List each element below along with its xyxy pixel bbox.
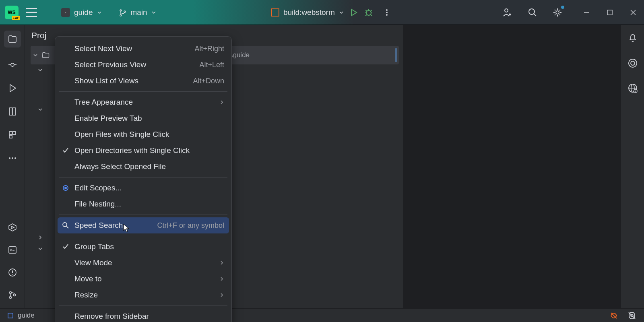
project-selector[interactable]: ▪ guide <box>56 6 107 19</box>
chevron-right-icon <box>219 100 224 105</box>
run-config-selector[interactable]: build:webstorm <box>271 8 344 17</box>
database-tool-button[interactable] <box>627 82 639 94</box>
chevron-right-icon <box>219 293 224 297</box>
run-button[interactable] <box>349 8 358 17</box>
menu-item-select-previous-view[interactable]: Select Previous View Alt+Left <box>55 57 231 73</box>
folder-icon <box>42 51 50 59</box>
ai-status-icon[interactable] <box>609 311 618 320</box>
check-icon <box>62 243 70 251</box>
svg-point-29 <box>63 223 67 227</box>
sync-status-icon[interactable] <box>627 311 637 320</box>
svg-point-15 <box>12 157 13 159</box>
close-button[interactable] <box>627 6 639 19</box>
npm-icon <box>271 8 279 17</box>
menu-separator <box>59 215 227 215</box>
svg-point-5 <box>529 9 535 14</box>
menu-item-enable-preview-tab[interactable]: Enable Preview Tab <box>55 110 231 126</box>
more-tools-button[interactable] <box>6 152 19 164</box>
svg-rect-13 <box>9 135 12 138</box>
svg-point-4 <box>505 9 508 12</box>
menu-item-edit-scopes[interactable]: Edit Scopes... <box>55 180 231 196</box>
titlebar: WS ▪ guide main build:webstorm <box>0 0 644 25</box>
more-actions-button[interactable] <box>382 8 391 17</box>
chevron-down-icon <box>151 10 156 15</box>
structure-tool-button[interactable] <box>6 105 19 118</box>
chevron-down-icon <box>339 10 344 15</box>
chevron-down-icon <box>37 106 43 113</box>
branch-name-label: main <box>131 8 147 17</box>
pull-requests-button[interactable] <box>6 82 19 94</box>
svg-rect-7 <box>607 10 612 15</box>
svg-point-1 <box>386 9 388 11</box>
left-toolbar <box>0 25 25 308</box>
svg-rect-9 <box>10 108 12 115</box>
chevron-down-icon <box>32 52 39 58</box>
svg-rect-12 <box>13 132 16 134</box>
code-with-me-button[interactable] <box>502 6 514 19</box>
svg-rect-11 <box>9 132 12 134</box>
svg-point-14 <box>9 157 10 159</box>
menu-item-show-list-of-views[interactable]: Show List of Views Alt+Down <box>55 73 231 89</box>
menu-item-resize[interactable]: Resize <box>55 287 231 303</box>
menu-item-view-mode[interactable]: View Mode <box>55 255 231 271</box>
services-tool-button[interactable] <box>6 221 19 233</box>
search-icon <box>62 221 70 229</box>
menu-item-move-to[interactable]: Move to <box>55 271 231 287</box>
svg-rect-17 <box>9 247 16 253</box>
radio-icon <box>62 184 70 192</box>
svg-point-28 <box>64 187 67 189</box>
run-config-label: build:webstorm <box>283 8 335 17</box>
svg-point-20 <box>9 297 11 299</box>
menu-item-open-directories-single-click[interactable]: Open Directories with Single Click <box>55 142 231 159</box>
main-menu-button[interactable] <box>26 8 37 17</box>
search-button[interactable] <box>526 6 539 19</box>
svg-point-16 <box>14 157 16 159</box>
project-name-label: guide <box>74 8 93 17</box>
svg-point-0 <box>366 10 371 15</box>
chevron-down-icon <box>37 67 43 73</box>
vcs-tool-button[interactable] <box>6 289 19 301</box>
chevron-right-icon <box>219 260 224 265</box>
svg-rect-10 <box>13 108 15 115</box>
settings-button[interactable] <box>551 6 564 19</box>
svg-point-19 <box>9 292 11 294</box>
notifications-button[interactable] <box>627 32 639 44</box>
menu-item-remove-from-sidebar[interactable]: Remove from Sidebar <box>55 308 231 322</box>
problems-tool-button[interactable] <box>6 266 19 279</box>
ai-assistant-button[interactable] <box>627 57 639 69</box>
menu-item-always-select-opened-file[interactable]: Always Select Opened File <box>55 159 231 175</box>
menu-separator <box>59 305 227 306</box>
menu-item-file-nesting[interactable]: File Nesting... <box>55 196 231 212</box>
chevron-down-icon <box>37 246 43 252</box>
project-tool-button[interactable] <box>4 31 21 47</box>
menu-item-group-tabs[interactable]: Group Tabs <box>55 239 231 255</box>
app-icon: WS <box>5 6 19 19</box>
svg-rect-25 <box>8 313 13 318</box>
menu-item-speed-search[interactable]: Speed Search Ctrl+F or any symbol <box>58 217 229 233</box>
menu-item-select-next-view[interactable]: Select Next View Alt+Right <box>55 41 231 57</box>
bookmarks-tool-button[interactable] <box>6 129 19 141</box>
svg-point-8 <box>11 63 14 66</box>
project-icon: ▪ <box>61 8 70 17</box>
minimize-button[interactable] <box>580 6 592 19</box>
chevron-down-icon <box>97 10 102 15</box>
check-icon <box>62 147 70 155</box>
commit-tool-button[interactable] <box>6 59 19 71</box>
editor-area <box>403 25 621 308</box>
debug-button[interactable] <box>364 8 374 17</box>
menu-item-open-files-single-click[interactable]: Open Files with Single Click <box>55 126 231 142</box>
menu-item-tree-appearance[interactable]: Tree Appearance <box>55 94 231 110</box>
branch-selector[interactable]: main <box>114 6 161 19</box>
breadcrumb-label[interactable]: guide <box>18 312 35 320</box>
context-menu: Select Next View Alt+Right Select Previo… <box>55 36 232 322</box>
chevron-right-icon <box>219 277 224 281</box>
menu-separator <box>59 177 227 178</box>
module-icon <box>7 312 14 319</box>
menu-separator <box>59 236 227 236</box>
branch-icon <box>119 8 127 17</box>
right-toolbar <box>621 25 644 308</box>
svg-point-2 <box>386 12 388 13</box>
terminal-tool-button[interactable] <box>6 244 19 256</box>
svg-point-3 <box>386 14 388 16</box>
maximize-button[interactable] <box>604 6 616 19</box>
